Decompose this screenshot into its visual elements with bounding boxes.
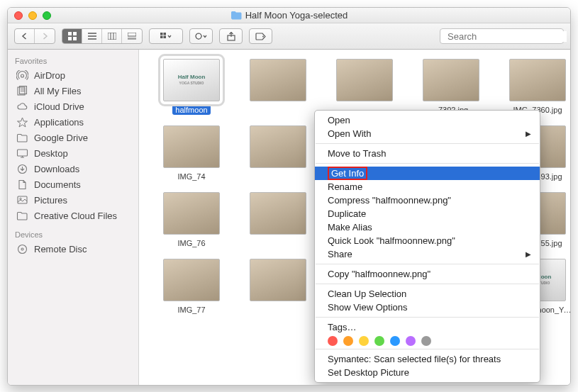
context-menu-item-clean-up-selection[interactable]: Clean Up Selection	[315, 287, 540, 301]
share-button[interactable]	[219, 28, 243, 44]
context-menu-separator	[316, 163, 539, 164]
file-name-label[interactable]	[275, 305, 281, 306]
file-thumbnail[interactable]	[423, 59, 479, 101]
sidebar-devices-header: Devices	[8, 228, 138, 241]
tag-color-dot[interactable]	[390, 336, 400, 346]
sidebar-item-label: Google Drive	[34, 133, 88, 143]
svg-rect-8	[160, 35, 163, 38]
traffic-lights	[14, 11, 51, 20]
sidebar-item-documents[interactable]: Documents	[8, 177, 138, 192]
context-menu-item-set-desktop-picture[interactable]: Set Desktop Picture	[315, 366, 540, 379]
tag-color-dot[interactable]	[421, 336, 431, 346]
sidebar-item-creative-cloud-files[interactable]: Creative Cloud Files	[8, 208, 138, 223]
tag-color-dot[interactable]	[328, 336, 338, 346]
coverflow-view-button[interactable]	[122, 29, 142, 43]
tag-color-dot[interactable]	[374, 336, 384, 346]
file-thumbnail[interactable]	[250, 259, 306, 301]
titlebar: Half Moon Yoga-selected	[8, 8, 570, 23]
sidebar-item-downloads[interactable]: Downloads	[8, 161, 138, 177]
search-input[interactable]	[448, 31, 567, 42]
file-name-label[interactable]: halfmoon	[172, 105, 210, 115]
file-thumbnail[interactable]	[250, 125, 306, 168]
file-name-label[interactable]	[362, 105, 367, 106]
file-name-label[interactable]: IMG_76	[174, 238, 208, 248]
file-item[interactable]: _7302.jpg	[411, 59, 491, 115]
context-menu: OpenOpen With▶Move to TrashGet InfoRenam…	[314, 110, 540, 383]
file-item[interactable]	[238, 59, 318, 115]
svg-rect-5	[128, 33, 136, 36]
file-content-area[interactable]: Half MoonYOGA STUDIOhalfmoon_7302.jpgIMG…	[139, 50, 570, 385]
file-name-label[interactable]	[275, 238, 281, 240]
list-view-button[interactable]	[82, 29, 102, 43]
file-thumbnail[interactable]	[163, 125, 220, 168]
sidebar-item-google-drive[interactable]: Google Drive	[8, 130, 138, 145]
tag-color-dot[interactable]	[343, 336, 353, 346]
file-item[interactable]	[238, 192, 318, 248]
context-menu-item-make-alias[interactable]: Make Alias	[315, 220, 540, 234]
forward-button[interactable]	[35, 29, 55, 43]
sidebar-item-icloud-drive[interactable]: iCloud Drive	[8, 99, 138, 114]
close-window-button[interactable]	[14, 11, 23, 20]
action-dropdown[interactable]	[189, 28, 213, 44]
context-menu-item-tags[interactable]: Tags…	[315, 320, 540, 334]
zoom-window-button[interactable]	[43, 11, 51, 20]
toolbar	[8, 23, 570, 50]
context-menu-item-share[interactable]: Share▶	[315, 247, 540, 261]
sidebar-item-remote-disc[interactable]: Remote Disc	[8, 241, 138, 257]
sidebar-item-airdrop[interactable]: AirDrop	[8, 67, 138, 83]
folder-icon	[16, 211, 28, 221]
allfiles-icon	[16, 86, 28, 96]
file-name-label[interactable]: IMG_74	[174, 172, 208, 181]
file-item[interactable]: IMG_77	[152, 259, 231, 315]
file-name-label[interactable]	[275, 105, 281, 106]
file-item[interactable]: IMG_74	[152, 125, 231, 181]
context-menu-item-rename[interactable]: Rename	[315, 180, 540, 194]
file-item[interactable]	[325, 59, 404, 115]
context-menu-item-duplicate[interactable]: Duplicate	[315, 207, 540, 220]
file-thumbnail[interactable]	[250, 59, 306, 101]
arrange-dropdown[interactable]	[149, 28, 183, 44]
context-menu-item-open-with[interactable]: Open With▶	[315, 127, 540, 140]
file-item[interactable]: IMG_76	[152, 192, 231, 248]
file-thumbnail[interactable]	[336, 59, 393, 101]
context-menu-item-open[interactable]: Open	[315, 113, 540, 127]
svg-rect-2	[68, 37, 72, 40]
file-name-label[interactable]	[275, 172, 281, 173]
sidebar-item-label: Desktop	[34, 148, 68, 159]
file-name-label[interactable]: IMG_77	[174, 305, 208, 315]
context-menu-item-compress-halfmoonnew-png[interactable]: Compress "halfmoonnew.png"	[315, 194, 540, 207]
tag-color-dot[interactable]	[406, 336, 416, 346]
context-menu-item-symantec-scan-selected-file-s-for-threats[interactable]: Symantec: Scan selected file(s) for thre…	[315, 352, 540, 366]
file-thumbnail[interactable]	[163, 192, 220, 235]
context-menu-item-quick-look-halfmoonnew-png[interactable]: Quick Look "halfmoonnew.png"	[315, 234, 540, 247]
file-thumbnail[interactable]: Half MoonYOGA STUDIO	[163, 59, 220, 101]
sidebar-item-label: Applications	[34, 117, 84, 128]
file-thumbnail[interactable]	[163, 259, 220, 301]
column-view-button[interactable]	[102, 29, 122, 43]
context-menu-separator	[316, 143, 539, 144]
file-thumbnail[interactable]	[509, 59, 566, 101]
sidebar-item-all-my-files[interactable]: All My Files	[8, 83, 138, 99]
file-item[interactable]	[238, 125, 318, 181]
tags-button[interactable]	[249, 28, 272, 44]
tag-color-dot[interactable]	[359, 336, 369, 346]
sidebar-item-pictures[interactable]: Pictures	[8, 192, 138, 208]
back-button[interactable]	[15, 29, 35, 43]
file-thumbnail[interactable]	[250, 192, 306, 235]
minimize-window-button[interactable]	[28, 11, 37, 20]
search-field[interactable]	[440, 28, 564, 44]
icon-view-button[interactable]	[62, 29, 82, 43]
file-item[interactable]: Half MoonYOGA STUDIOhalfmoon	[152, 59, 231, 115]
file-item[interactable]	[238, 259, 318, 315]
window-title: Half Moon Yoga-selected	[245, 10, 348, 21]
disc-icon	[16, 244, 28, 254]
downloads-icon	[16, 164, 28, 174]
sidebar-item-applications[interactable]: Applications	[8, 114, 138, 130]
file-item[interactable]: IMG_7360.jpg	[498, 59, 570, 115]
context-menu-item-get-info[interactable]: Get Info	[315, 167, 540, 180]
sidebar-item-desktop[interactable]: Desktop	[8, 145, 138, 161]
context-menu-item-show-view-options[interactable]: Show View Options	[315, 301, 540, 314]
context-menu-item-move-to-trash[interactable]: Move to Trash	[315, 147, 540, 160]
svg-rect-17	[18, 150, 28, 156]
context-menu-item-copy-halfmoonnew-png[interactable]: Copy "halfmoonnew.png"	[315, 267, 540, 281]
